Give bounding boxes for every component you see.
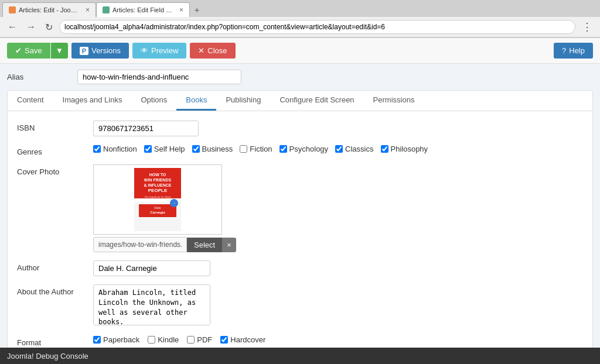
isbn-input[interactable] xyxy=(93,121,199,136)
format-paperback-checkbox[interactable] xyxy=(93,336,101,344)
isbn-label: ISBN xyxy=(17,121,93,132)
cover-clear-button[interactable]: × xyxy=(222,238,236,252)
cover-file-input[interactable] xyxy=(93,237,187,252)
isbn-control xyxy=(93,121,583,136)
versions-button[interactable]: P Versions xyxy=(71,43,129,59)
tab-permissions[interactable]: Permissions xyxy=(364,91,424,111)
tab-configure-edit-screen[interactable]: Configure Edit Screen xyxy=(270,91,363,111)
svg-text:Carnegie: Carnegie xyxy=(150,211,165,214)
tab-close-1[interactable]: × xyxy=(86,6,90,14)
book-cover-svg: HOW TO WIN FRIENDS & INFLUENCE PEOPLE Th… xyxy=(134,168,181,231)
url-bar[interactable] xyxy=(59,20,575,34)
form-panel: ISBN Genres Nonfiction Self Help Busines xyxy=(7,111,593,364)
format-paperback-label: Paperback xyxy=(103,335,139,344)
save-icon: ✔ xyxy=(15,46,22,55)
forward-button[interactable]: → xyxy=(23,20,39,33)
browser-nav: ← → ↻ ⋮ xyxy=(0,17,600,37)
about-author-row: About the Author Abraham Lincoln, titled… xyxy=(17,284,583,327)
about-author-label: About the Author xyxy=(17,284,93,296)
preview-label: Preview xyxy=(151,46,178,55)
genre-fiction-label: Fiction xyxy=(250,145,272,153)
genre-selfhelp[interactable]: Self Help xyxy=(144,145,185,153)
genre-nonfiction[interactable]: Nonfiction xyxy=(93,145,137,153)
tab-content[interactable]: Content xyxy=(8,91,53,111)
alias-input[interactable] xyxy=(77,70,241,84)
cover-photo-row: Cover Photo HOW TO xyxy=(17,164,583,252)
tab-favicon-2 xyxy=(103,6,110,13)
save-button[interactable]: ✔ Save xyxy=(7,43,50,59)
save-dropdown-button[interactable]: ▼ xyxy=(51,43,68,59)
genres-label: Genres xyxy=(17,145,93,156)
author-input[interactable] xyxy=(93,260,210,276)
genre-business-checkbox[interactable] xyxy=(192,145,200,153)
format-kindle-checkbox[interactable] xyxy=(148,336,155,344)
tab-title-2: Articles: Edit Field - Jooml... xyxy=(112,6,174,13)
format-kindle[interactable]: Kindle xyxy=(148,335,179,344)
genre-philosophy-label: Philosophy xyxy=(391,145,428,153)
genre-psychology-checkbox[interactable] xyxy=(279,145,287,153)
cover-photo-control: HOW TO WIN FRIENDS & INFLUENCE PEOPLE Th… xyxy=(93,164,583,252)
browser-menu-button[interactable]: ⋮ xyxy=(579,19,595,35)
genre-classics-label: Classics xyxy=(345,145,373,153)
about-author-textarea[interactable]: Abraham Lincoln, titled Lincoln the Unkn… xyxy=(93,284,210,325)
genre-psychology-label: Psychology xyxy=(289,145,328,153)
tab-options[interactable]: Options xyxy=(131,91,176,111)
tab-bar: Content Images and Links Options Books P… xyxy=(7,90,593,111)
genre-selfhelp-checkbox[interactable] xyxy=(144,145,152,153)
format-pdf-label: PDF xyxy=(197,335,212,344)
genres-row: Genres Nonfiction Self Help Business Fic… xyxy=(17,145,583,156)
genre-philosophy-checkbox[interactable] xyxy=(381,145,388,153)
author-control xyxy=(93,260,583,276)
alias-label: Alias xyxy=(7,73,77,81)
new-tab-button[interactable]: + xyxy=(190,3,204,17)
close-button[interactable]: ✕ Close xyxy=(190,43,235,59)
format-hardcover-checkbox[interactable] xyxy=(220,336,228,344)
browser-tab-2[interactable]: Articles: Edit Field - Jooml... × xyxy=(96,2,190,17)
svg-text:Dale: Dale xyxy=(154,206,161,210)
genre-classics[interactable]: Classics xyxy=(335,145,373,153)
genres-control: Nonfiction Self Help Business Fiction Ps… xyxy=(93,145,583,153)
genre-fiction[interactable]: Fiction xyxy=(240,145,272,153)
about-author-control: Abraham Lincoln, titled Lincoln the Unkn… xyxy=(93,284,583,327)
tab-favicon-1 xyxy=(9,6,16,13)
versions-icon: P xyxy=(80,47,88,55)
preview-icon: 👁 xyxy=(141,46,148,55)
format-hardcover[interactable]: Hardcover xyxy=(220,335,265,344)
genre-psychology[interactable]: Psychology xyxy=(279,145,328,153)
genre-nonfiction-checkbox[interactable] xyxy=(93,145,101,153)
cover-select-button[interactable]: Select xyxy=(187,238,222,252)
close-icon: ✕ xyxy=(198,46,204,55)
format-paperback[interactable]: Paperback xyxy=(93,335,139,344)
versions-label: Versions xyxy=(91,46,121,55)
svg-text:✓: ✓ xyxy=(173,202,175,205)
author-label: Author xyxy=(17,260,93,272)
reload-button[interactable]: ↻ xyxy=(42,20,56,34)
browser-tab-1[interactable]: Articles: Edit - Joomla 4 T... × xyxy=(2,2,96,17)
isbn-row: ISBN xyxy=(17,121,583,136)
tab-publishing[interactable]: Publishing xyxy=(216,91,270,111)
help-label: Help xyxy=(569,46,585,55)
alias-row: Alias xyxy=(7,70,593,84)
svg-text:to Lead You to Success: to Lead You to Success xyxy=(145,198,170,201)
genre-business[interactable]: Business xyxy=(192,145,233,153)
format-pdf[interactable]: PDF xyxy=(187,335,212,344)
tab-images-and-links[interactable]: Images and Links xyxy=(53,91,132,111)
genre-philosophy[interactable]: Philosophy xyxy=(381,145,428,153)
debug-console: Joomla! Debug Console xyxy=(0,348,600,364)
help-button[interactable]: ? Help xyxy=(554,43,593,59)
genre-fiction-checkbox[interactable] xyxy=(240,145,247,153)
format-pdf-checkbox[interactable] xyxy=(187,336,195,344)
browser-frame: Articles: Edit - Joomla 4 T... × Article… xyxy=(0,0,600,38)
preview-button[interactable]: 👁 Preview xyxy=(132,43,186,59)
svg-text:PEOPLE: PEOPLE xyxy=(148,188,168,193)
toolbar: ✔ Save ▼ P Versions 👁 Preview ✕ Close ? … xyxy=(0,38,600,64)
tab-books[interactable]: Books xyxy=(176,91,216,111)
format-kindle-label: Kindle xyxy=(158,335,179,344)
cover-image-box: HOW TO WIN FRIENDS & INFLUENCE PEOPLE Th… xyxy=(93,164,222,235)
tab-close-2[interactable]: × xyxy=(179,6,183,14)
cover-image-canvas: HOW TO WIN FRIENDS & INFLUENCE PEOPLE Th… xyxy=(96,167,219,232)
svg-text:& INFLUENCE: & INFLUENCE xyxy=(144,183,171,187)
format-row: Format Paperback Kindle PDF Hardcover xyxy=(17,335,583,347)
back-button[interactable]: ← xyxy=(5,20,20,33)
genre-classics-checkbox[interactable] xyxy=(335,145,343,153)
